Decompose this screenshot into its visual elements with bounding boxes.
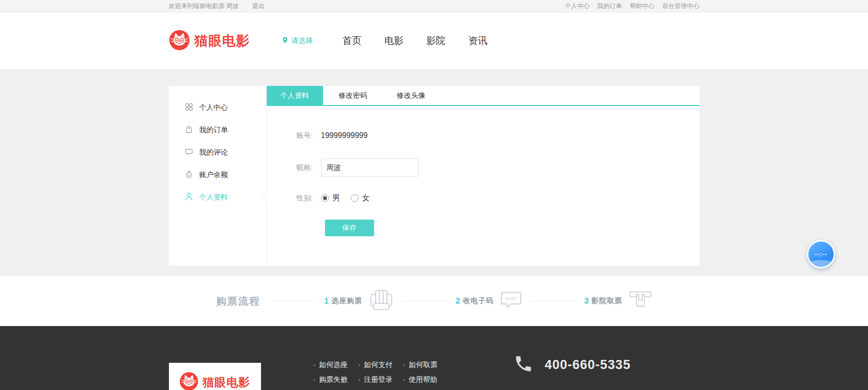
bullet: · — [314, 360, 316, 369]
ticket-machine-icon — [629, 290, 652, 312]
bullet: · — [358, 360, 361, 369]
location-pin-icon — [282, 36, 289, 45]
profile-form: 账号: 19999999999 昵称: 性别: 男 — [267, 106, 700, 236]
nav-home[interactable]: 首页 — [343, 34, 362, 47]
profile-card: 个人中心 我的订单 — [169, 86, 700, 266]
city-select-label: 请选择 — [292, 36, 313, 45]
welcome-text: 欢迎来到猫眼电影票 周波 — [169, 2, 239, 11]
nav-news[interactable]: 资讯 — [469, 34, 488, 47]
sidebar-item-label: 个人资料 — [199, 193, 228, 202]
main-nav: 首页 电影 影院 资讯 — [343, 34, 488, 47]
brand-logo[interactable]: 猫眼电影 — [169, 30, 250, 53]
flow-step-label: 选座购票 — [332, 296, 362, 306]
grid-icon — [185, 103, 193, 113]
flow-step-number: 2 — [456, 296, 460, 306]
clock-display: --:-- — [815, 251, 827, 258]
maoyan-cat-icon — [169, 30, 190, 53]
bullet: · — [358, 375, 361, 383]
person-icon — [185, 192, 193, 202]
topbar-link-personal-center[interactable]: 个人中心 — [565, 2, 590, 11]
flow-step-choose-seat: 1 选座购票 — [324, 289, 393, 313]
svg-text:xxxx: xxxx — [505, 296, 517, 301]
footer-link-register-login[interactable]: 注册登录 — [364, 375, 393, 383]
flow-step-get-ticket: 3 影院取票 — [584, 290, 651, 312]
sidebar-item-label: 个人中心 — [199, 103, 228, 112]
money-bag-icon: ¥ — [185, 170, 193, 180]
topbar-link-admin-center[interactable]: 后台管理中心 — [662, 2, 700, 11]
flow-step-number: 3 — [584, 296, 588, 306]
gender-radio-female[interactable]: 女 — [351, 193, 370, 203]
sidebar-item-profile[interactable]: 个人资料 — [169, 186, 266, 209]
flow-step-label: 影院取票 — [592, 296, 622, 306]
sidebar-item-my-orders[interactable]: 我的订单 — [169, 119, 266, 141]
flow-connector-line — [403, 301, 446, 301]
nav-cinemas[interactable]: 影院 — [427, 34, 446, 47]
flow-title: 购票流程 — [216, 295, 260, 308]
topbar-link-help-center[interactable]: 帮助中心 — [630, 2, 655, 11]
gender-radio-male[interactable]: 男 — [321, 193, 340, 203]
tab-profile[interactable]: 个人资料 — [267, 86, 323, 105]
maoyan-cat-icon — [179, 372, 199, 390]
logout-link[interactable]: 退出 — [252, 2, 264, 11]
order-tag-icon — [185, 125, 193, 135]
bullet: · — [403, 360, 406, 369]
tab-change-avatar[interactable]: 修改头像 — [383, 86, 439, 105]
main-area: 个人中心 我的订单 — [0, 69, 868, 276]
purchase-flow-strip: 购票流程 1 选座购票 2 收电子码 — [0, 276, 868, 326]
brand-name: 猫眼电影 — [195, 32, 250, 50]
comment-icon — [185, 148, 193, 158]
sidebar: 个人中心 我的订单 — [169, 86, 267, 266]
flow-step-number: 1 — [324, 296, 328, 306]
tab-bar: 个人资料 修改密码 修改头像 — [267, 86, 700, 106]
phone-icon — [513, 354, 533, 376]
gender-option-female-label: 女 — [362, 193, 370, 203]
message-code-icon: xxxx — [500, 291, 522, 312]
account-value: 19999999999 — [321, 131, 368, 140]
footer-link-how-to-pay[interactable]: 如何支付 — [364, 360, 393, 369]
gender-label: 性别: — [294, 194, 313, 203]
sidebar-item-label: 账户余额 — [199, 170, 228, 179]
svg-text:¥: ¥ — [188, 173, 190, 177]
account-label: 账号: — [294, 131, 313, 140]
nav-movies[interactable]: 电影 — [385, 34, 404, 47]
sidebar-item-personal-center[interactable]: 个人中心 — [169, 96, 266, 119]
footer-link-purchase-failed[interactable]: 购票失败 — [319, 375, 348, 383]
gender-option-male-label: 男 — [333, 193, 340, 203]
bullet: · — [314, 375, 316, 383]
floating-clock-widget[interactable]: --:-- — [807, 240, 835, 268]
sidebar-item-label: 我的订单 — [199, 126, 228, 135]
sidebar-item-account-balance[interactable]: ¥ 账户余额 — [169, 164, 266, 186]
radio-selected-icon[interactable] — [321, 194, 329, 202]
flow-step-label: 收电子码 — [463, 296, 493, 306]
footer-link-how-to-choose-seat[interactable]: 如何选座 — [319, 360, 348, 369]
profile-content: 个人资料 修改密码 修改头像 账号: 19999999999 昵称: 性别: — [267, 86, 700, 266]
footer-link-how-to-get-ticket[interactable]: 如何取票 — [409, 360, 438, 369]
footer-links: ·如何选座 ·如何支付 ·如何取票 ·购票失败 ·注册登录 ·使用帮助 — [314, 358, 438, 387]
nickname-label: 昵称: — [294, 163, 313, 172]
tab-change-password[interactable]: 修改密码 — [325, 86, 381, 105]
footer-brand-name: 猫眼电影 — [203, 375, 251, 390]
topbar-link-my-orders[interactable]: 我的订单 — [597, 2, 622, 11]
cinema-seat-icon — [369, 289, 394, 313]
flow-step-receive-code: 2 收电子码 xxxx — [456, 291, 522, 312]
flow-connector-line — [532, 301, 575, 301]
active-item-chevron-icon — [261, 193, 267, 205]
bullet: · — [403, 375, 406, 383]
service-phone-number: 400-660-5335 — [545, 358, 631, 372]
footer: 猫眼电影 ·如何选座 ·如何支付 ·如何取票 ·购票失败 ·注册登录 ·使用帮助… — [0, 326, 868, 390]
topbar: 欢迎来到猫眼电影票 周波 退出 个人中心 我的订单 帮助中心 后台管理中心 — [0, 0, 868, 12]
sidebar-item-my-comments[interactable]: 我的评论 — [169, 141, 266, 164]
footer-brand-logo[interactable]: 猫眼电影 — [169, 363, 261, 390]
footer-link-usage-help[interactable]: 使用帮助 — [409, 375, 438, 383]
sidebar-item-label: 我的评论 — [199, 148, 228, 157]
nickname-input[interactable] — [321, 158, 418, 177]
footer-phone: 400-660-5335 — [513, 354, 631, 376]
radio-unselected-icon[interactable] — [351, 194, 358, 202]
header: 猫眼电影 请选择 首页 电影 影院 资讯 — [0, 12, 868, 69]
city-selector[interactable]: 请选择 — [282, 36, 313, 45]
save-button[interactable]: 保存 — [325, 220, 374, 236]
flow-connector-line — [272, 301, 314, 301]
